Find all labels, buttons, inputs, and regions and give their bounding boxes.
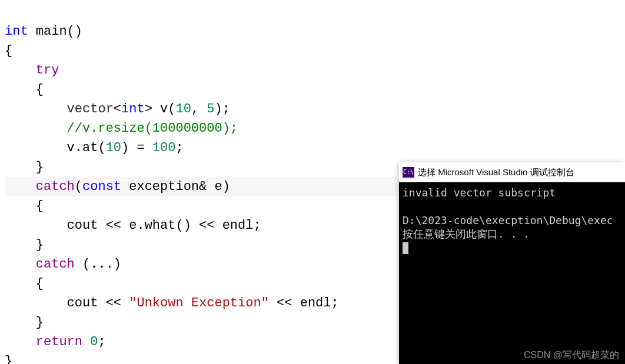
code-line: cout << e.what() << endl; [5,218,261,233]
code-line: try [5,63,59,78]
code-line: { [5,82,44,97]
console-line: D:\2023-code\execption\Debug\exec [403,214,613,226]
watermark-text: CSDN @写代码超菜的 [524,349,619,362]
console-line: invalid vector subscript [403,186,556,199]
code-line: catch (...) [5,257,121,272]
debug-console-window[interactable]: C:\ 选择 Microsoft Visual Studio 调试控制台 inv… [399,162,625,364]
code-line: { [5,44,12,58]
code-line: //v.resize(100000000); [5,121,238,136]
code-line: } [5,354,12,364]
code-line: } [5,238,44,252]
console-title: 选择 Microsoft Visual Studio 调试控制台 [418,166,574,178]
console-titlebar[interactable]: C:\ 选择 Microsoft Visual Studio 调试控制台 [399,162,625,182]
code-line: cout << "Unkown Exception" << endl; [5,296,339,310]
code-line: } [5,315,44,330]
console-cursor [403,242,408,254]
code-line: { [5,199,44,213]
code-line: } [5,160,44,175]
cmd-icon: C:\ [403,167,414,178]
code-line: return 0; [5,335,106,349]
code-line: int main() [5,24,82,39]
console-output[interactable]: invalid vector subscript D:\2023-code\ex… [399,182,625,258]
console-line: 按任意键关闭此窗口. . . [403,228,530,240]
code-line: v.at(10) = 100; [5,141,184,155]
code-line: { [5,276,44,291]
code-line: vector<int> v(10, 5); [5,102,230,116]
